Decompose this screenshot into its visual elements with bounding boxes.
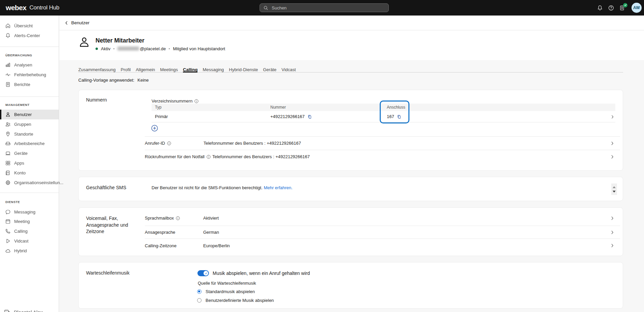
add-number-button[interactable]: [151, 125, 158, 132]
sidebar-item-fehlerbehebung[interactable]: Fehlerbehebung: [0, 70, 59, 80]
tab-geräte[interactable]: Geräte: [263, 67, 276, 72]
sidebar-item-vidcast[interactable]: Vidcast: [0, 236, 59, 246]
cell-typ: Primär: [152, 114, 270, 119]
separator-dot: [113, 48, 114, 49]
radio-standard-music[interactable]: Standardmusik abspielen: [197, 289, 255, 294]
learn-more-link[interactable]: Mehr erfahren.: [264, 185, 292, 190]
voicemail-row-sprachmailbox[interactable]: SprachmailboxAktiviert: [145, 210, 620, 226]
top-bar: webex Control Hub Suchen: [0, 0, 644, 16]
emergency-callback-label: Rückrufnummer für den Notfall: [145, 154, 205, 159]
info-icon[interactable]: [207, 155, 211, 159]
info-icon[interactable]: [194, 99, 198, 103]
sidebar-item-label: Meeting: [14, 219, 30, 224]
email-domain: @placetel.de: [140, 46, 166, 51]
sidebar-item-hybrid[interactable]: Hybrid: [0, 246, 59, 256]
notifications-icon[interactable]: [597, 5, 603, 11]
sidebar-item-analysen[interactable]: Analysen: [0, 60, 59, 70]
sidebar-section-überwachung: ÜBERWACHUNG: [0, 50, 59, 60]
sidebar: ÜbersichtAlerts-CenterÜBERWACHUNGAnalyse…: [0, 16, 59, 312]
gear-icon: [5, 180, 11, 186]
tab-vidcast[interactable]: Vidcast: [281, 67, 296, 72]
sidebar-org[interactable]: Placetel Alex: [4, 308, 43, 312]
sms-card: Geschäftliche SMS Der Benutzer ist nicht…: [78, 177, 623, 201]
sidebar-item-berichte[interactable]: Berichte: [0, 80, 59, 89]
sidebar-item-meeting[interactable]: Meeting: [0, 217, 59, 226]
chat-icon: [5, 209, 11, 215]
tab-meetings[interactable]: Meetings: [160, 67, 178, 72]
scroll-stepper[interactable]: [611, 183, 617, 195]
sms-status-text: Der Benutzer ist nicht für die SMS-Funkt…: [152, 185, 263, 190]
product-name: Control Hub: [29, 4, 59, 11]
moh-toggle[interactable]: [197, 270, 209, 276]
sidebar-item-label: Benutzer: [14, 112, 32, 117]
chevron-right-icon[interactable]: [610, 114, 615, 120]
radio-standard-label: Standardmusik abspielen: [206, 289, 255, 294]
account-icon: [5, 170, 11, 176]
status-active-dot: [96, 48, 98, 50]
back-label: Benutzer: [71, 20, 89, 25]
copy-number-icon[interactable]: [307, 114, 312, 119]
moh-source-label: Quelle für Warteschleifenmusik: [198, 281, 256, 286]
help-icon[interactable]: [608, 5, 614, 11]
pulse-icon: [5, 72, 11, 78]
brand: webex Control Hub: [6, 0, 59, 16]
cell-anschluss: 167: [387, 114, 394, 119]
table-row[interactable]: Primär +4922129266167 167: [152, 111, 615, 122]
caller-id-row[interactable]: Anrufer-ID Telefonnummer des Benutzers :…: [145, 136, 620, 150]
tab-calling[interactable]: Calling: [183, 67, 197, 72]
org-name: Placetel Alex: [14, 308, 43, 312]
tab-zusammenfassung[interactable]: Zusammenfassung: [78, 67, 116, 72]
voicemail-row-ansagesprache[interactable]: AnsagespracheGerman: [145, 226, 620, 239]
sidebar-item-alerts-center[interactable]: Alerts-Center: [0, 31, 59, 40]
sidebar-item-übersicht[interactable]: Übersicht: [0, 21, 59, 31]
sidebar-item-standorte[interactable]: Standorte: [0, 129, 59, 139]
separator-dot: [169, 48, 170, 49]
row-label: Ansagesprache: [145, 230, 175, 235]
radio-custom-music[interactable]: Benutzerdefinierte Musik abspielen: [197, 298, 274, 303]
sidebar-item-benutzer[interactable]: Benutzer: [0, 110, 59, 119]
tab-allgemein[interactable]: Allgemein: [136, 67, 155, 72]
copy-extension-icon[interactable]: [397, 114, 401, 119]
sidebar-item-calling[interactable]: Calling: [0, 226, 59, 236]
sidebar-item-organisationseinstellun-[interactable]: Organisationseinstellun...: [0, 178, 59, 188]
cloud-icon: [5, 248, 11, 254]
bell-icon: [5, 33, 11, 38]
tab-messaging[interactable]: Messaging: [203, 67, 224, 72]
tab-hybrid-dienste[interactable]: Hybrid-Dienste: [229, 67, 258, 72]
sidebar-item-apps[interactable]: Apps: [0, 158, 59, 168]
sidebar-item-konto[interactable]: Konto: [0, 168, 59, 178]
email-redacted: [117, 47, 139, 51]
tasks-icon[interactable]: [619, 5, 625, 11]
sidebar-item-messaging[interactable]: Messaging: [0, 207, 59, 217]
radio-unselected-icon: [197, 298, 202, 303]
chevron-right-icon[interactable]: [610, 243, 615, 248]
voicemail-row-calling-zeitzone[interactable]: Calling-ZeitzoneEurope/Berlin: [145, 239, 620, 252]
cell-nummer: +4922129266167: [270, 114, 305, 119]
sidebar-item-label: Fehlerbehebung: [14, 72, 46, 77]
sidebar-item-label: Alerts-Center: [14, 33, 40, 38]
user-header: Netter Mitarbeiter Aktiv @placetel.de Mi…: [59, 30, 644, 60]
chevron-right-icon[interactable]: [610, 154, 615, 159]
directory-numbers-label: Verzeichnisnummern: [152, 98, 192, 104]
row-value: German: [203, 230, 219, 235]
info-icon[interactable]: [167, 141, 171, 145]
search-input[interactable]: Suchen: [260, 3, 389, 12]
search-icon: [263, 5, 268, 10]
calendar-icon: [5, 219, 11, 224]
col-anschluss: Anschluss: [387, 105, 488, 110]
chevron-right-icon[interactable]: [610, 230, 615, 235]
back-button[interactable]: Benutzer: [64, 20, 89, 25]
emergency-callback-row[interactable]: Rückrufnummer für den Notfall Telefonnum…: [145, 150, 620, 163]
chevron-right-icon[interactable]: [610, 216, 615, 221]
chevron-right-icon[interactable]: [610, 141, 615, 146]
sidebar-divider: [0, 47, 59, 47]
music-on-hold-card: Warteschleifenmusik Musik abspielen, wen…: [78, 262, 623, 309]
tab-profil[interactable]: Profil: [121, 67, 131, 72]
sidebar-item-gruppen[interactable]: Gruppen: [0, 119, 59, 129]
sidebar-item-geräte[interactable]: Geräte: [0, 148, 59, 158]
pin-icon: [5, 131, 11, 137]
avatar[interactable]: AW: [632, 3, 642, 13]
sidebar-item-arbeitsbereiche[interactable]: Arbeitsbereiche: [0, 139, 59, 148]
info-icon[interactable]: [176, 216, 180, 220]
calling-template-label: Calling-Vorlage angewendet:: [78, 78, 134, 83]
